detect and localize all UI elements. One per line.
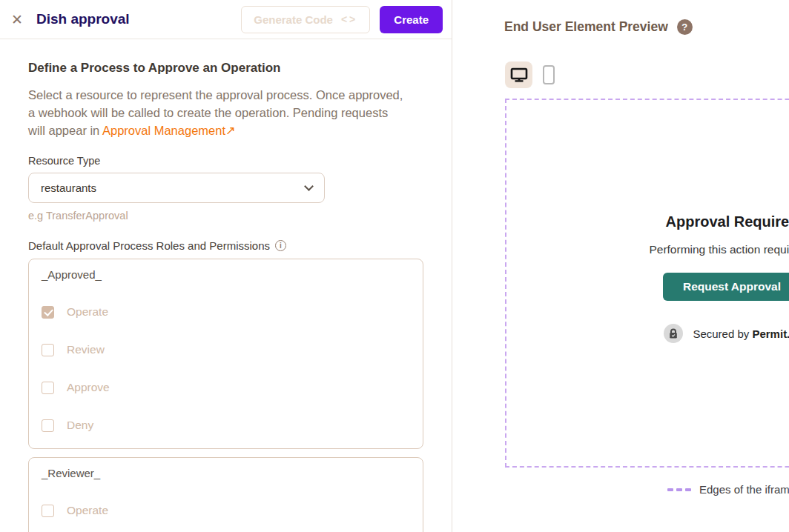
checkbox-label: Operate	[67, 305, 108, 319]
create-button[interactable]: Create	[380, 6, 443, 33]
role-name: _Approved_	[42, 268, 410, 281]
generate-code-button[interactable]: Generate Code <>	[241, 6, 370, 33]
role-name: _Reviewer_	[42, 467, 410, 479]
permission-row: Operate	[42, 504, 410, 517]
secured-prefix: Secured by	[693, 327, 749, 340]
monitor-icon	[510, 67, 528, 83]
close-icon[interactable]: ✕	[7, 10, 27, 29]
secured-by-text: Secured by Permit.io	[693, 327, 789, 340]
checkbox-deny[interactable]	[42, 419, 54, 432]
resource-type-select[interactable]: restaurants	[28, 173, 325, 203]
phone-icon	[543, 65, 555, 84]
resource-type-label: Resource Type	[28, 155, 423, 167]
drawer-title: Dish approval	[36, 11, 130, 27]
permission-row: Deny	[42, 419, 410, 432]
code-brackets-icon: <>	[341, 13, 357, 25]
checkbox-review[interactable]	[42, 344, 54, 356]
checkbox-operate[interactable]	[42, 505, 54, 517]
drawer-header: ✕ Dish approval Generate Code <> Create	[0, 0, 452, 39]
iframe-legend: Edges of the iframe	[667, 483, 789, 496]
checkbox-approve[interactable]	[42, 382, 54, 394]
request-approval-button[interactable]: Request Approval	[663, 273, 789, 301]
approval-card-heading: Approval Required	[666, 213, 789, 230]
external-link-arrow-icon[interactable]: ↗	[225, 124, 236, 137]
secured-by-row: Secured by Permit.io	[664, 324, 789, 343]
chevron-down-icon	[304, 182, 314, 191]
section-heading: Define a Process to Approve an Operation	[28, 61, 423, 76]
permission-row: Review	[42, 343, 410, 356]
drawer-body: Define a Process to Approve an Operation…	[0, 39, 452, 532]
permit-brand: Permit.io	[752, 327, 789, 340]
mobile-view-button[interactable]	[543, 65, 555, 84]
permissions-label-row: Default Approval Process Roles and Permi…	[28, 239, 423, 252]
lock-icon	[664, 324, 683, 343]
device-toggle	[505, 61, 555, 88]
description-text: Select a resource to represent the appro…	[28, 86, 408, 139]
preview-title-row: End User Element Preview ?	[504, 19, 693, 35]
dash-legend-icon	[667, 488, 691, 491]
iframe-legend-text: Edges of the iframe	[699, 483, 789, 496]
approval-card: Approval Required Performing this action…	[506, 213, 789, 343]
preview-panel: End User Element Preview ? Approval Requ…	[452, 0, 789, 532]
checkbox-label: Deny	[67, 419, 93, 432]
approval-flow-drawer: ✕ Dish approval Generate Code <> Create …	[0, 0, 452, 532]
iframe-preview-area: Approval Required Performing this action…	[505, 99, 789, 468]
approval-management-link[interactable]: Approval Management	[102, 124, 225, 137]
info-icon[interactable]: i	[275, 240, 286, 251]
approval-card-message: Performing this action requires a	[649, 243, 789, 256]
permission-row: Operate	[42, 305, 410, 319]
role-group-approved: _Approved_ Operate Review Approve Deny	[28, 259, 423, 449]
desktop-view-button[interactable]	[505, 61, 532, 88]
permission-row: Approve	[42, 381, 410, 394]
checkbox-label: Approve	[67, 381, 110, 394]
role-group-reviewer: _Reviewer_ Operate Review	[28, 457, 423, 532]
resource-type-value: restaurants	[41, 182, 96, 194]
resource-type-hint: e.g TransferApproval	[28, 210, 423, 222]
generate-code-label: Generate Code	[254, 13, 333, 26]
checkbox-label: Review	[67, 343, 105, 356]
help-icon[interactable]: ?	[677, 19, 693, 35]
checkbox-operate[interactable]	[42, 306, 54, 319]
permissions-label: Default Approval Process Roles and Permi…	[28, 239, 270, 252]
preview-title: End User Element Preview	[504, 19, 668, 35]
checkbox-label: Operate	[67, 504, 108, 517]
